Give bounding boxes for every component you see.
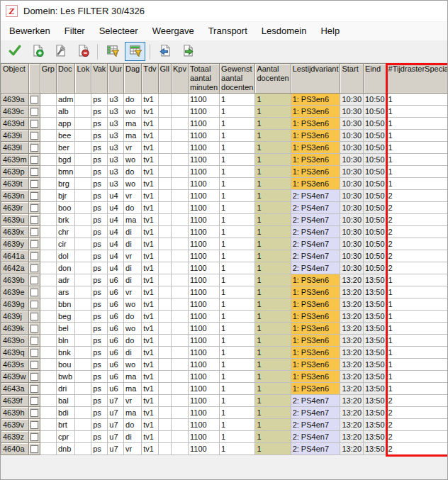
- row-checkbox[interactable]: [30, 289, 38, 296]
- cell-variant[interactable]: 2: PS4en7: [291, 202, 340, 214]
- cell-gewenst[interactable]: 1: [220, 419, 255, 431]
- cell-sel[interactable]: [28, 94, 40, 106]
- cell-gll[interactable]: [158, 298, 171, 311]
- cell-raster[interactable]: 1: [386, 154, 448, 166]
- cell-raster[interactable]: 1: [386, 178, 448, 190]
- col-header-kpv[interactable]: Kpv: [172, 64, 189, 94]
- cell-eind[interactable]: 10:50: [364, 118, 387, 130]
- cell-start[interactable]: 10:30: [340, 178, 364, 190]
- cell-gewenst[interactable]: 1: [220, 118, 255, 130]
- cell-vak[interactable]: ps: [91, 383, 108, 395]
- cell-aantal[interactable]: 1: [255, 214, 291, 226]
- cell-start[interactable]: 10:30: [340, 106, 364, 118]
- cell-gewenst[interactable]: 1: [220, 395, 255, 407]
- cell-gewenst[interactable]: 1: [220, 431, 255, 443]
- cell-kpv[interactable]: [172, 395, 189, 407]
- cell-kpv[interactable]: [172, 347, 189, 359]
- cell-variant[interactable]: 1: PS3en6: [291, 166, 340, 178]
- cell-raster[interactable]: 2: [386, 202, 448, 214]
- cell-uur[interactable]: u4: [108, 190, 124, 202]
- cell-variant[interactable]: 1: PS3en6: [291, 298, 340, 311]
- cell-totaal[interactable]: 1100: [188, 238, 219, 250]
- cell-raster[interactable]: 1: [386, 130, 448, 142]
- cell-totaal[interactable]: 1100: [188, 142, 219, 154]
- cell-variant[interactable]: 1: PS3en6: [291, 311, 340, 323]
- cell-sel[interactable]: [28, 323, 40, 335]
- cell-vak[interactable]: ps: [91, 395, 108, 407]
- cell-gewenst[interactable]: 1: [220, 383, 255, 395]
- cell-totaal[interactable]: 1100: [188, 178, 219, 190]
- cell-eind[interactable]: 13:50: [364, 443, 387, 455]
- cell-doc[interactable]: bwb: [56, 371, 74, 383]
- cell-aantal[interactable]: 1: [255, 274, 291, 286]
- cell-totaal[interactable]: 1100: [188, 419, 219, 431]
- cell-tdv[interactable]: tv1: [142, 94, 158, 106]
- row-checkbox[interactable]: [30, 373, 38, 381]
- cell-object[interactable]: 4639y: [1, 238, 29, 250]
- cell-gewenst[interactable]: 1: [220, 94, 255, 106]
- cell-eind[interactable]: 13:50: [364, 335, 387, 347]
- cell-start[interactable]: 10:30: [340, 130, 364, 142]
- cell-dag[interactable]: ma: [124, 407, 142, 419]
- cell-vak[interactable]: ps: [91, 274, 108, 286]
- cell-tdv[interactable]: tv1: [142, 262, 158, 274]
- cell-aantal[interactable]: 1: [255, 286, 291, 298]
- cell-sel[interactable]: [28, 347, 40, 359]
- cell-uur[interactable]: u6: [108, 286, 124, 298]
- cell-grp[interactable]: [40, 311, 56, 323]
- cell-gll[interactable]: [158, 443, 171, 455]
- cell-sel[interactable]: [28, 250, 40, 262]
- row-checkbox[interactable]: [30, 120, 38, 128]
- cell-dag[interactable]: wo: [124, 106, 142, 118]
- cell-uur[interactable]: u6: [108, 335, 124, 347]
- cell-totaal[interactable]: 1100: [188, 395, 219, 407]
- cell-variant[interactable]: 1: PS3en6: [291, 359, 340, 371]
- cell-lok[interactable]: [75, 431, 91, 443]
- cell-gewenst[interactable]: 1: [220, 142, 255, 154]
- cell-start[interactable]: 13:20: [340, 311, 364, 323]
- cell-object[interactable]: 4639o: [1, 335, 29, 347]
- cell-gll[interactable]: [158, 407, 171, 419]
- cell-sel[interactable]: [28, 395, 40, 407]
- cell-object[interactable]: 4639f: [1, 395, 29, 407]
- cell-object[interactable]: 4639d: [1, 118, 29, 130]
- cell-grp[interactable]: [40, 262, 56, 274]
- cell-gll[interactable]: [158, 202, 171, 214]
- cell-object[interactable]: 4639k: [1, 323, 29, 335]
- cell-raster[interactable]: 1: [386, 371, 448, 383]
- cell-sel[interactable]: [28, 262, 40, 274]
- row-checkbox[interactable]: [30, 252, 38, 260]
- cell-aantal[interactable]: 1: [255, 226, 291, 238]
- cell-sel[interactable]: [28, 431, 40, 443]
- cell-kpv[interactable]: [172, 130, 189, 142]
- cell-grp[interactable]: [40, 335, 56, 347]
- cell-raster[interactable]: 1: [386, 166, 448, 178]
- cell-grp[interactable]: [40, 238, 56, 250]
- cell-variant[interactable]: 2: PS4en7: [291, 419, 340, 431]
- menu-help[interactable]: Help: [313, 23, 347, 40]
- cell-lok[interactable]: [75, 106, 91, 118]
- cell-eind[interactable]: 13:50: [364, 347, 387, 359]
- cell-sel[interactable]: [28, 106, 40, 118]
- cell-grp[interactable]: [40, 323, 56, 335]
- cell-raster[interactable]: 1: [386, 359, 448, 371]
- cell-variant[interactable]: 1: PS3en6: [291, 286, 340, 298]
- cell-doc[interactable]: adm: [56, 94, 74, 106]
- cell-tdv[interactable]: tv1: [142, 142, 158, 154]
- cell-dag[interactable]: di: [124, 347, 142, 359]
- cell-tdv[interactable]: tv1: [142, 166, 158, 178]
- cell-uur[interactable]: u6: [108, 383, 124, 395]
- cell-eind[interactable]: 10:50: [364, 130, 387, 142]
- cell-lok[interactable]: [75, 419, 91, 431]
- col-header-aantal[interactable]: Aantal docenten: [255, 64, 291, 94]
- cell-kpv[interactable]: [172, 359, 189, 371]
- cell-raster[interactable]: 2: [386, 395, 448, 407]
- cell-eind[interactable]: 13:50: [364, 395, 387, 407]
- filter-columns-button[interactable]: [102, 42, 123, 61]
- cell-uur[interactable]: u6: [108, 371, 124, 383]
- cell-vak[interactable]: ps: [91, 250, 108, 262]
- cell-grp[interactable]: [40, 274, 56, 286]
- cell-aantal[interactable]: 1: [255, 154, 291, 166]
- cell-kpv[interactable]: [172, 178, 189, 190]
- cell-gewenst[interactable]: 1: [220, 407, 255, 419]
